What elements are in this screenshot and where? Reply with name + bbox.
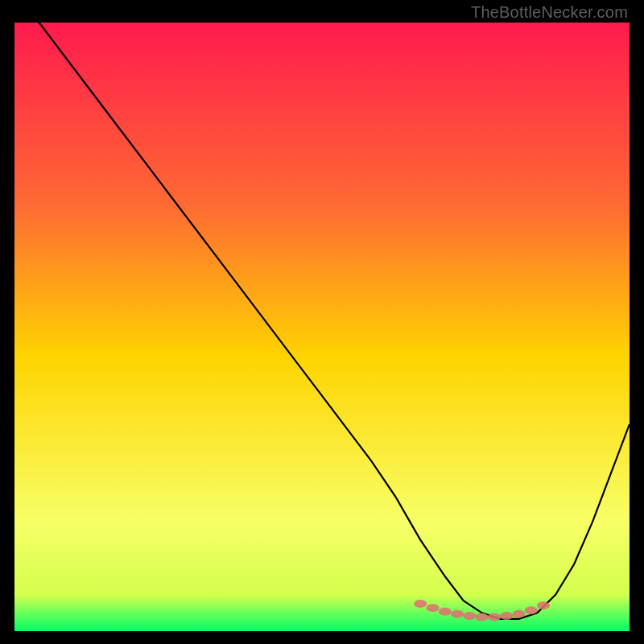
highlight-dot: [500, 612, 513, 620]
highlight-dot: [439, 608, 452, 616]
highlight-dot: [414, 600, 427, 608]
gradient-background: [14, 23, 630, 631]
highlight-dot: [427, 604, 440, 612]
highlight-dot: [488, 613, 501, 621]
chart-frame: [14, 23, 630, 631]
highlight-dot: [513, 610, 526, 618]
highlight-dot: [463, 612, 476, 620]
bottleneck-chart: [14, 23, 630, 631]
watermark-text: TheBottleNecker.com: [471, 3, 628, 22]
highlight-dot: [451, 610, 464, 618]
highlight-dot: [537, 601, 550, 609]
highlight-dot: [525, 606, 538, 614]
highlight-dot: [476, 613, 489, 621]
